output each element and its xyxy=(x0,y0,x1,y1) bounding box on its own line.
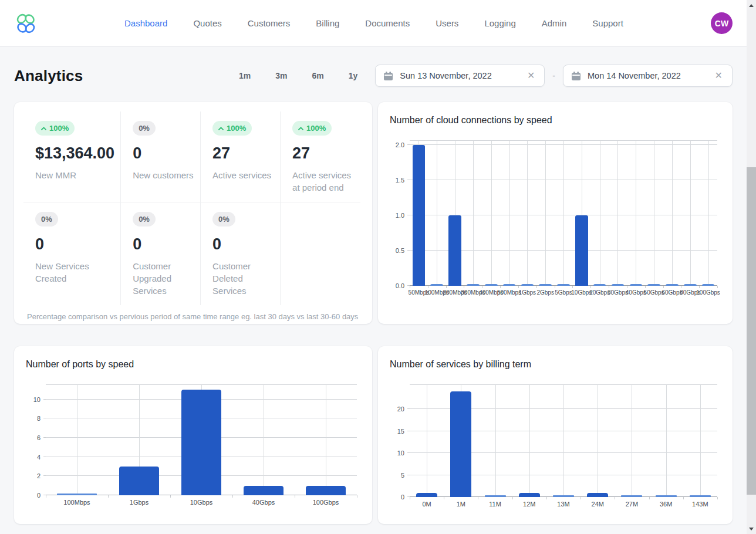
clear-date-to-icon[interactable]: ✕ xyxy=(713,70,724,82)
x-axis-labels: 100Mbps1Gbps10Gbps40Gbps100Gbps xyxy=(46,495,357,508)
y-tick-label: 8 xyxy=(37,415,41,422)
scroll-up-arrow-icon[interactable] xyxy=(747,1,756,10)
x-tick-label: 36M xyxy=(660,501,672,508)
stat-label: Active services xyxy=(212,169,274,181)
clear-date-from-icon[interactable]: ✕ xyxy=(525,70,536,82)
date-to-value: Mon 14 November, 2022 xyxy=(588,71,713,80)
bar-100Mbps[interactable] xyxy=(57,494,97,495)
nav-link-billing[interactable]: Billing xyxy=(316,18,339,28)
bar-column-60Gbps xyxy=(663,141,681,286)
x-axis-labels: 0M1M11M12M13M24M27M36M143M xyxy=(410,497,717,510)
y-tick-label: 15 xyxy=(397,428,404,435)
bar-100Gbps[interactable] xyxy=(702,284,715,286)
range-button-6m[interactable]: 6m xyxy=(312,71,324,80)
nav-link-support[interactable]: Support xyxy=(592,18,623,28)
scrollbar-thumb[interactable] xyxy=(747,167,756,495)
range-button-3m[interactable]: 3m xyxy=(275,71,287,80)
scrollbar[interactable] xyxy=(747,0,756,534)
bar-column-24M xyxy=(580,385,615,497)
nav-link-dashboard[interactable]: Dashboard xyxy=(124,18,167,28)
bar-10Gbps[interactable] xyxy=(575,215,588,286)
bar-60Gbps[interactable] xyxy=(666,284,679,286)
bar-27M[interactable] xyxy=(621,495,642,497)
bar-40Gbps[interactable] xyxy=(244,486,284,495)
bar-143M[interactable] xyxy=(690,495,711,497)
chart-title: Number of services by billing term xyxy=(390,359,720,370)
bar-24M[interactable] xyxy=(587,493,608,497)
bar-chart: 0.00.51.01.52.0 50Mbps100Mbps200Mbps300M… xyxy=(389,141,720,299)
nav-link-customers[interactable]: Customers xyxy=(248,18,291,28)
bar-1Gbps[interactable] xyxy=(119,467,160,495)
x-tick-label: 24M xyxy=(592,501,604,508)
date-from-input[interactable]: Sun 13 November, 2022 ✕ xyxy=(375,65,545,87)
bar-column-50Mbps xyxy=(410,141,428,286)
bar-200Mbps[interactable] xyxy=(448,215,461,286)
bar-0M[interactable] xyxy=(416,493,437,497)
bar-300Mbps[interactable] xyxy=(467,284,480,286)
bar-20Gbps[interactable] xyxy=(593,284,606,286)
trend-badge: 0% xyxy=(212,212,235,227)
scroll-down-arrow-icon[interactable] xyxy=(747,524,756,533)
range-button-1y[interactable]: 1y xyxy=(349,71,358,80)
bar-2Gbps[interactable] xyxy=(539,284,552,286)
caret-up-icon xyxy=(41,127,46,130)
trend-badge: 100% xyxy=(35,121,75,136)
bar-column-10Gbps xyxy=(572,141,590,286)
bar-1M[interactable] xyxy=(450,391,471,497)
stat-value: $13,364.00 xyxy=(35,144,114,163)
nav-link-logging[interactable]: Logging xyxy=(484,18,515,28)
nav-link-admin[interactable]: Admin xyxy=(542,18,567,28)
bar-13M[interactable] xyxy=(553,495,574,497)
bar-400Mbps[interactable] xyxy=(485,284,498,286)
bar-1Gbps[interactable] xyxy=(521,284,534,286)
calendar-icon xyxy=(571,71,581,81)
stat-value: 0 xyxy=(212,235,274,254)
bar-12M[interactable] xyxy=(519,493,540,497)
date-to-input[interactable]: Mon 14 November, 2022 ✕ xyxy=(563,65,733,87)
x-tick-label: 0M xyxy=(422,501,431,508)
bar-column-100Gbps xyxy=(699,141,717,286)
bar-50Mbps[interactable] xyxy=(413,145,426,286)
nav-link-users[interactable]: Users xyxy=(436,18,458,28)
x-tick-mark xyxy=(717,286,718,288)
bar-50Gbps[interactable] xyxy=(647,284,660,286)
y-tick-label: 1.0 xyxy=(396,212,404,219)
nav-link-documents[interactable]: Documents xyxy=(365,18,410,28)
y-tick-label: 0 xyxy=(37,492,41,499)
x-tick-label: 1M xyxy=(457,501,465,508)
bar-column-5Gbps xyxy=(555,141,573,286)
x-tick-label: 1Gbps xyxy=(519,289,536,296)
plot-area xyxy=(46,385,357,495)
stat-label: New MMR xyxy=(35,169,108,181)
bar-column-36M xyxy=(649,385,683,497)
app-logo-icon[interactable] xyxy=(14,12,38,35)
bar-40Gbps[interactable] xyxy=(630,284,643,286)
plot-area xyxy=(410,385,717,497)
nav-item-dashboard: Dashboard xyxy=(124,18,167,29)
bar-500Mbps[interactable] xyxy=(503,284,516,286)
bar-10Gbps[interactable] xyxy=(181,390,222,495)
bar-30Gbps[interactable] xyxy=(612,284,625,286)
y-tick-label: 5 xyxy=(401,472,404,479)
bar-11M[interactable] xyxy=(485,495,506,497)
stat-label: New Services Created xyxy=(35,260,108,285)
bar-column-0M xyxy=(410,385,444,497)
range-button-1m[interactable]: 1m xyxy=(239,71,251,80)
bar-100Gbps[interactable] xyxy=(306,486,346,495)
bar-80Gbps[interactable] xyxy=(684,284,697,286)
x-tick-label: 50Gbps xyxy=(644,289,664,296)
date-separator: - xyxy=(552,71,555,80)
stat-cell: 0%0New customers xyxy=(121,111,201,202)
bar-column-2Gbps xyxy=(536,141,555,286)
y-tick-label: 6 xyxy=(37,434,41,441)
bar-column-50Gbps xyxy=(645,141,663,286)
cloud-connections-chart-card: Number of cloud connections by speed 0.0… xyxy=(378,102,733,324)
bar-5Gbps[interactable] xyxy=(557,284,570,286)
nav-link-quotes[interactable]: Quotes xyxy=(193,18,221,28)
user-avatar[interactable]: CW xyxy=(711,12,733,34)
bar-36M[interactable] xyxy=(656,495,677,497)
y-tick-label: 4 xyxy=(37,454,41,461)
x-tick-label: 5Gbps xyxy=(555,289,572,296)
bar-column-200Mbps xyxy=(446,141,464,286)
bar-100Mbps[interactable] xyxy=(430,284,443,286)
